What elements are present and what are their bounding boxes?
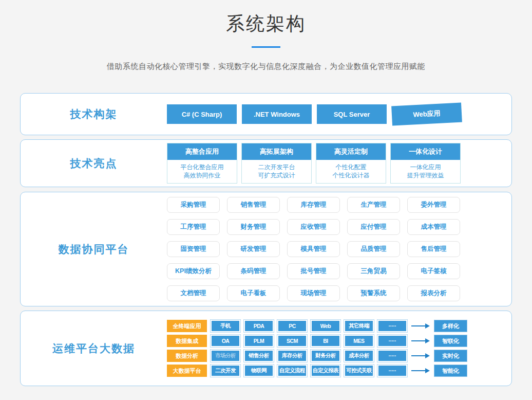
result-chip-realtime[interactable]: 实时化 [434, 350, 467, 362]
module-chip-report[interactable]: 报表分析 [407, 285, 460, 301]
highlight-card-extension: 高拓展架构 二次开发平台 可扩充式设计 [241, 143, 312, 184]
module-chip-sales[interactable]: 销售管理 [227, 197, 280, 213]
module-chip-outsourcing[interactable]: 委外管理 [407, 197, 460, 213]
highlight-card-integration: 高整合应用 平台化整合应用 高效协同作业 [167, 143, 237, 184]
arrow-right-icon [411, 335, 430, 347]
node-chip-web[interactable]: Web [311, 320, 340, 332]
node-chip-pda[interactable]: PDA [244, 320, 274, 332]
arrow-right-icon [411, 320, 430, 332]
title-underline [252, 46, 280, 48]
node-chip-custom-report[interactable]: 自定义报表 [311, 365, 340, 377]
node-chip-cost-analysis[interactable]: 成本分析 [344, 350, 374, 362]
tech-button-sqlserver[interactable]: SQL Server [317, 104, 387, 124]
node-chip-inventory-analysis[interactable]: 库存分析 [277, 350, 307, 362]
category-chip-integration[interactable]: 数据集成 [167, 335, 207, 347]
module-chip-esign[interactable]: 电子签核 [407, 263, 460, 279]
module-chip-cost[interactable]: 成本管理 [407, 219, 460, 235]
module-chip-barcode[interactable]: 条码管理 [227, 263, 280, 279]
bigdata-row-terminals: 全终端应用 手机 PDA PC Web 其它终端 ····· 多样化 [167, 320, 511, 332]
card-line: 平台化整合应用 [167, 163, 237, 171]
highlight-cards-row: 高整合应用 平台化整合应用 高效协同作业 高拓展架构 二次开发平台 可扩充式设计… [167, 143, 511, 184]
module-grid-row: 文档管理 电子看板 现场管理 预警系统 报表分析 [167, 285, 511, 301]
page-title: 系统架构 [0, 11, 532, 37]
module-chip-triangle-trade[interactable]: 三角贸易 [347, 263, 400, 279]
module-chip-receivable[interactable]: 应收管理 [287, 219, 340, 235]
data-platform-label: 数据协同平台 [59, 243, 129, 255]
node-chip-pc[interactable]: PC [277, 320, 307, 332]
module-grid: 采购管理 销售管理 库存管理 生产管理 委外管理 工序管理 财务管理 应收管理 … [167, 197, 511, 301]
tech-button-web[interactable]: Web应用 [391, 102, 462, 125]
node-chip-mes[interactable]: MES [344, 335, 374, 347]
bigdata-row-analysis: 数据分析 市场分析 销售分析 库存分析 财务分析 成本分析 ····· 实时化 [167, 350, 511, 362]
module-chip-document[interactable]: 文档管理 [167, 285, 220, 301]
card-line: 个性化配置 [316, 163, 386, 171]
node-chip-custom-flow[interactable]: 自定义流程 [277, 365, 307, 377]
category-chip-analysis[interactable]: 数据分析 [167, 350, 207, 362]
section-bigdata: 运维平台大数据 全终端应用 手机 PDA PC Web 其它终端 ····· 多… [20, 311, 512, 386]
node-chip-more[interactable]: ····· [377, 335, 407, 347]
card-line: 提升管理效益 [391, 171, 460, 179]
section-tech-stack: 技术构架 C# (C Sharp) .NET Windows SQL Serve… [20, 93, 512, 135]
system-architecture-page: 系统架构 借助系统自动化核心管理引擎，实现数字化与信息化深度融合，为企业数值化管… [0, 0, 532, 400]
page-header: 系统架构 借助系统自动化核心管理引擎，实现数字化与信息化深度融合，为企业数值化管… [0, 0, 532, 71]
node-chip-more[interactable]: ····· [377, 320, 407, 332]
category-chip-terminals[interactable]: 全终端应用 [167, 320, 207, 332]
tech-button-csharp[interactable]: C# (C Sharp) [167, 104, 237, 124]
arrow-right-icon [411, 350, 430, 362]
module-grid-row: 采购管理 销售管理 库存管理 生产管理 委外管理 [167, 197, 511, 213]
module-chip-fixed-assets[interactable]: 固资管理 [167, 241, 220, 257]
node-chip-controlled-link[interactable]: 可控式关联 [344, 365, 374, 377]
node-chip-secondary-dev[interactable]: 二次开发 [211, 365, 240, 377]
tech-buttons-row: C# (C Sharp) .NET Windows SQL Server Web… [167, 104, 511, 124]
module-chip-batch[interactable]: 批号管理 [287, 263, 340, 279]
node-chip-plm[interactable]: PLM [244, 335, 274, 347]
module-chip-kanban[interactable]: 电子看板 [227, 285, 280, 301]
node-chip-finance-analysis[interactable]: 财务分析 [311, 350, 340, 362]
module-chip-inventory[interactable]: 库存管理 [287, 197, 340, 213]
section-data-platform: 数据协同平台 采购管理 销售管理 库存管理 生产管理 委外管理 工序管理 财务管… [20, 192, 512, 306]
node-chip-mobile[interactable]: 手机 [211, 320, 240, 332]
result-chip-intelligent[interactable]: 智能化 [434, 365, 467, 377]
tech-button-dotnet[interactable]: .NET Windows [242, 104, 312, 124]
card-line: 二次开发平台 [242, 163, 311, 171]
highlight-card-unified: 一体化设计 一体化应用 提升管理效益 [390, 143, 461, 184]
module-chip-kpi[interactable]: KPI绩效分析 [167, 263, 220, 279]
node-chip-other-terminal[interactable]: 其它终端 [344, 320, 374, 332]
module-chip-alert[interactable]: 预警系统 [347, 285, 400, 301]
module-chip-rnd[interactable]: 研发管理 [227, 241, 280, 257]
page-subtitle: 借助系统自动化核心管理引擎，实现数字化与信息化深度融合，为企业数值化管理应用赋能 [0, 62, 532, 71]
node-chip-scm[interactable]: SCM [277, 335, 307, 347]
node-chip-bi[interactable]: BI [311, 335, 340, 347]
tech-stack-label: 技术构架 [70, 108, 118, 120]
module-chip-aftersales[interactable]: 售后管理 [407, 241, 460, 257]
result-chip-diversified[interactable]: 多样化 [434, 320, 467, 332]
module-chip-process[interactable]: 工序管理 [167, 219, 220, 235]
card-line: 高效协同作业 [167, 171, 237, 179]
node-chip-sales-analysis[interactable]: 销售分析 [244, 350, 274, 362]
bigdata-row-integration: 数据集成 OA PLM SCM BI MES ····· 智联化 [167, 335, 511, 347]
section-highlights: 技术亮点 高整合应用 平台化整合应用 高效协同作业 高拓展架构 二次开发平台 可… [20, 139, 512, 187]
module-chip-finance[interactable]: 财务管理 [227, 219, 280, 235]
module-grid-row: 工序管理 财务管理 应收管理 应付管理 成本管理 [167, 219, 511, 235]
module-grid-row: 固资管理 研发管理 模具管理 品质管理 售后管理 [167, 241, 511, 257]
bigdata-flow: 全终端应用 手机 PDA PC Web 其它终端 ····· 多样化 数据集成 … [167, 320, 511, 377]
module-chip-onsite[interactable]: 现场管理 [287, 285, 340, 301]
card-title: 高拓展架构 [242, 143, 311, 160]
module-chip-purchase[interactable]: 采购管理 [167, 197, 220, 213]
module-chip-production[interactable]: 生产管理 [347, 197, 400, 213]
result-chip-connected[interactable]: 智联化 [434, 335, 467, 347]
node-chip-more[interactable]: ····· [377, 350, 407, 362]
card-title: 高整合应用 [167, 143, 237, 160]
card-title: 一体化设计 [391, 143, 460, 160]
module-chip-mold[interactable]: 模具管理 [287, 241, 340, 257]
node-chip-oa[interactable]: OA [211, 335, 240, 347]
module-chip-payable[interactable]: 应付管理 [347, 219, 400, 235]
card-line: 个性化设计器 [316, 171, 386, 179]
node-chip-more[interactable]: ····· [377, 365, 407, 377]
module-chip-quality[interactable]: 品质管理 [347, 241, 400, 257]
node-chip-iot[interactable]: 物联网 [244, 365, 274, 377]
category-chip-bigdata-platform[interactable]: 大数据平台 [167, 365, 207, 377]
card-title: 高灵活定制 [316, 143, 386, 160]
card-line: 可扩充式设计 [242, 171, 311, 179]
node-chip-market-analysis[interactable]: 市场分析 [211, 350, 240, 362]
